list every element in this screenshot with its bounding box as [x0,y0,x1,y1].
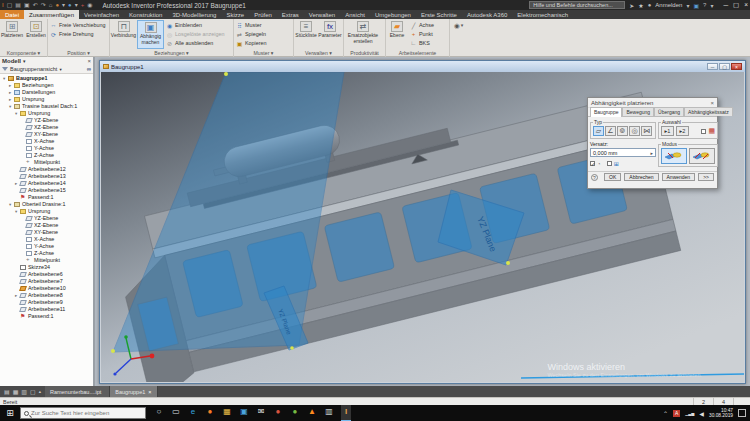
search-binoculars-icon[interactable]: ∞ [87,66,91,72]
tree-item[interactable]: Darstellungen [0,89,93,96]
more-button[interactable]: >> [698,173,714,181]
send-icon[interactable]: ➤ [629,2,634,9]
show-sick-button[interactable]: ◎Losgelöste anzeigen [166,30,224,38]
favorites-star-icon[interactable]: ★ [638,2,643,9]
tab-close-icon[interactable]: × [148,389,151,395]
group-label-produktivitaet[interactable]: Produktivität [344,49,385,57]
plane-corner-handle[interactable] [111,349,115,353]
tree-item[interactable]: Trasine baustel Dach:1 [0,103,93,110]
ribbon-tab[interactable]: 3D-Modellierung [167,10,221,19]
work-plane-button[interactable]: ▰Ebene [386,20,408,49]
tree-item[interactable]: Oberteil Drasine:1 [0,201,93,208]
dialog-tab[interactable]: Abhängigkeitssatz [684,107,733,116]
tray-chevron-icon[interactable]: ⌃ [663,410,668,417]
substitutes-button[interactable]: ⇄Ersatzobjekte erstellen [344,20,382,49]
taskbar-search[interactable] [20,407,146,419]
home-icon[interactable]: ⌂ [49,1,53,9]
group-label-verwalten[interactable]: Verwalten ▾ [294,49,343,57]
ribbon-tab[interactable]: Elektromechanisch [512,10,573,19]
sign-in-button[interactable]: Anmelden [655,2,682,8]
tile-windows-icon[interactable]: ▦ [13,388,19,395]
tree-item[interactable]: Arbeitsebene7 [0,278,93,285]
mode-opposed-button[interactable] [661,148,687,164]
insert-constraint-button[interactable]: ◎ [629,126,640,136]
tree-item[interactable]: XZ-Ebene [0,124,93,131]
volume-icon[interactable]: ◀ [699,410,704,417]
ribbon-tab[interactable]: Ansicht [340,10,370,19]
notification-center-icon[interactable] [738,409,746,417]
tree-item[interactable]: Arbeitsebene6 [0,271,93,278]
document-window-titlebar[interactable]: Baugruppe1 ─ ▢ × [100,61,745,72]
material-sphere-icon[interactable]: ● [55,1,59,9]
ucs-button[interactable]: ∟BKS [410,39,434,47]
tree-item[interactable]: Arbeitsebene15 [0,187,93,194]
tree-item[interactable]: Arbeitsebene11 [0,306,93,313]
bom-button[interactable]: ≡Stückliste [294,20,318,49]
ribbon-tab[interactable]: Zusammenfügen [24,10,79,19]
tree-item[interactable]: YZ-Ebene [0,117,93,124]
mail-icon[interactable]: ✉ [256,405,266,421]
preview-checkbox[interactable]: ✓ [590,161,595,166]
angle-constraint-button[interactable]: ∠ [605,126,616,136]
new-file-icon[interactable]: ▢ [7,1,13,9]
a360-icon[interactable]: ▣ [693,2,699,9]
tree-item[interactable]: Ursprung [0,96,93,103]
tree-item[interactable]: Arbeitsebene14 [0,180,93,187]
tree-item[interactable]: Mittelpunkt [0,257,93,264]
doc-tab-baugruppe1[interactable]: Baugruppe1× [110,386,157,397]
measure-icon[interactable]: ◉ [87,1,92,9]
plane-corner-handle[interactable] [224,72,228,76]
tree-item[interactable]: XY-Ebene [0,131,93,138]
maximize-button[interactable]: ▢ [733,1,739,9]
offset-input[interactable]: 0,000 mm ▸ [590,148,656,157]
doc-close-button[interactable]: × [731,63,742,70]
undo-icon[interactable]: ↶ [33,1,38,9]
constrain-button[interactable]: ▣Abhängig machen [137,20,164,49]
mirror-button[interactable]: ⇄Spiegeln [236,30,267,38]
tangent-constraint-button[interactable]: ⊚ [617,126,628,136]
tree-item[interactable]: X-Achse [0,138,93,145]
filter-icon[interactable] [2,67,8,71]
ok-button[interactable]: OK [604,173,621,181]
offset-spinner-icon[interactable]: ▸ [650,150,653,156]
pick-part-first-checkbox[interactable] [701,129,706,134]
redo-icon[interactable]: ↷ [41,1,46,9]
store-icon[interactable]: ▣ [239,405,249,421]
visibility-dropdown[interactable]: ◉▾ [450,19,467,56]
mate-constraint-button[interactable]: ▱ [593,126,604,136]
apply-button[interactable]: Anwenden [662,173,696,181]
tree-item[interactable]: Arbeitsebene10 [0,285,93,292]
tree-item[interactable]: Ursprung [0,110,93,117]
tree-item[interactable]: Arbeitsebene13 [0,173,93,180]
collapse-tabs-icon[interactable]: ▴ [39,389,41,394]
view-selector-dropdown-icon[interactable]: ▾ [59,67,61,72]
dialog-tab[interactable]: Baugruppe [590,107,622,117]
ribbon-tab[interactable]: Konstruktion [124,10,167,19]
tree-item[interactable]: Z-Achse [0,250,93,257]
tree-item[interactable]: XZ-Ebene [0,222,93,229]
tree-item[interactable]: Arbeitsebene12 [0,166,93,173]
inventor-logo[interactable]: I [2,1,4,9]
close-button[interactable]: × [744,1,748,9]
cortana-icon[interactable]: ○ [154,405,164,421]
tree-item[interactable]: Ursprung [0,208,93,215]
dialog-tab[interactable]: Bewegung [622,107,654,116]
hide-all-button[interactable]: ⊘Alle ausblenden [166,39,224,47]
ribbon-tab[interactable]: Prüfen [249,10,277,19]
dialog-tab[interactable]: Übergang [654,107,684,116]
dialog-help-icon[interactable]: ? [591,174,598,181]
split-horizontal-icon[interactable]: ▥ [21,388,27,395]
tree-item[interactable]: Baugruppe1 [0,75,93,82]
file-explorer-icon[interactable]: ▦ [222,405,232,421]
tree-item[interactable]: Beziehungen [0,82,93,89]
group-label-komponente[interactable]: Komponente ▾ [0,49,47,57]
ribbon-tab[interactable]: Autodesk A360 [462,10,512,19]
help-icon[interactable]: ? [703,2,706,8]
copy-button[interactable]: ▣Kopieren [236,39,267,47]
show-relationships-button[interactable]: ◉Einblenden [166,21,224,29]
split-vertical-icon[interactable]: ▢ [30,388,36,395]
tree-item[interactable]: YZ-Ebene [0,215,93,222]
browser-close-icon[interactable]: × [87,58,91,64]
material-dropdown-icon[interactable]: ▾ [62,1,65,9]
save-icon[interactable]: ▣ [24,1,30,9]
